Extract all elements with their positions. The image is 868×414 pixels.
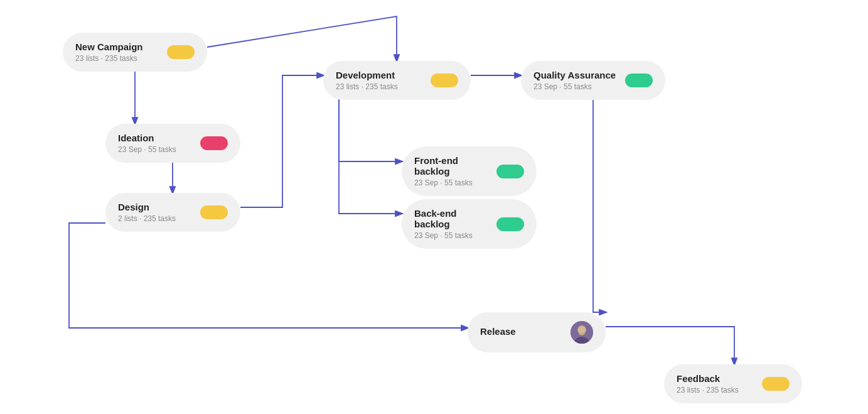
node-qa-badge: [625, 74, 653, 87]
node-backend-text: Back-end backlog 23 Sep · 55 tasks: [414, 208, 488, 240]
node-development-text: Development 23 lists · 235 tasks: [336, 70, 422, 91]
node-ideation-text: Ideation 23 Sep · 55 tasks: [118, 133, 191, 154]
node-new-campaign-text: New Campaign 23 lists · 235 tasks: [75, 41, 158, 63]
node-backend-sub: 23 Sep · 55 tasks: [414, 231, 488, 240]
node-new-campaign-sub: 23 lists · 235 tasks: [75, 54, 158, 63]
node-design[interactable]: Design 2 lists · 235 tasks: [105, 193, 240, 232]
node-feedback-badge: [762, 377, 790, 391]
node-frontend-backlog[interactable]: Front-end backlog 23 Sep · 55 tasks: [402, 146, 537, 196]
node-design-badge: [200, 205, 228, 219]
node-feedback-sub: 23 lists · 235 tasks: [677, 386, 753, 395]
node-new-campaign-badge: [167, 45, 195, 59]
node-design-text: Design 2 lists · 235 tasks: [118, 202, 191, 223]
node-new-campaign[interactable]: New Campaign 23 lists · 235 tasks: [63, 33, 207, 72]
node-ideation-badge: [200, 136, 228, 150]
node-design-sub: 2 lists · 235 tasks: [118, 214, 191, 223]
node-feedback-title: Feedback: [677, 373, 753, 384]
node-qa-sub: 23 Sep · 55 tasks: [533, 82, 616, 91]
node-development-title: Development: [336, 70, 422, 80]
svg-point-3: [578, 326, 586, 334]
node-development[interactable]: Development 23 lists · 235 tasks: [323, 61, 471, 100]
node-feedback[interactable]: Feedback 23 lists · 235 tasks: [664, 364, 802, 403]
node-release-title: Release: [480, 326, 562, 337]
node-backend-title: Back-end backlog: [414, 208, 488, 229]
node-development-badge: [431, 74, 458, 87]
node-design-title: Design: [118, 202, 191, 212]
node-development-sub: 23 lists · 235 tasks: [336, 82, 422, 91]
node-quality-assurance[interactable]: Quality Assurance 23 Sep · 55 tasks: [521, 61, 665, 100]
node-qa-title: Quality Assurance: [533, 70, 616, 80]
node-frontend-title: Front-end backlog: [414, 155, 488, 177]
node-backend-badge: [496, 217, 524, 231]
workflow-canvas: New Campaign 23 lists · 235 tasks Ideati…: [0, 0, 868, 414]
node-feedback-text: Feedback 23 lists · 235 tasks: [677, 373, 753, 395]
node-frontend-sub: 23 Sep · 55 tasks: [414, 178, 488, 187]
node-new-campaign-title: New Campaign: [75, 41, 158, 52]
node-release-text: Release: [480, 326, 562, 339]
node-ideation[interactable]: Ideation 23 Sep · 55 tasks: [105, 124, 240, 163]
node-backend-backlog[interactable]: Back-end backlog 23 Sep · 55 tasks: [402, 199, 537, 249]
node-frontend-badge: [496, 165, 524, 178]
node-qa-text: Quality Assurance 23 Sep · 55 tasks: [533, 70, 616, 91]
node-ideation-title: Ideation: [118, 133, 191, 143]
node-ideation-sub: 23 Sep · 55 tasks: [118, 145, 191, 154]
node-frontend-text: Front-end backlog 23 Sep · 55 tasks: [414, 155, 488, 187]
release-avatar: [571, 321, 593, 344]
node-release[interactable]: Release: [468, 312, 606, 352]
